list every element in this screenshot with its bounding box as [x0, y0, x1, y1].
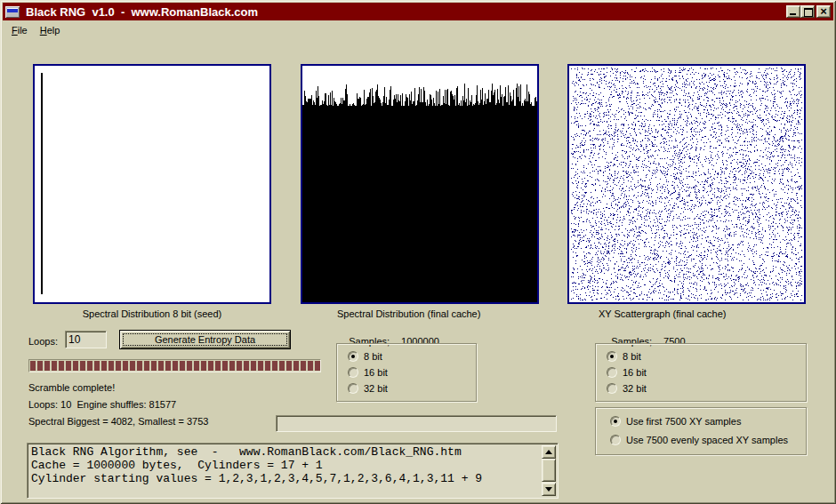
scatter-bits-option-32-bit[interactable]: 32 bit: [607, 382, 806, 394]
menu-item-help[interactable]: Help: [34, 23, 67, 37]
status-loops-shuffles: Loops: 10 Engine shuffles: 81577: [28, 399, 176, 410]
progress-block: [59, 361, 64, 371]
radio-icon[interactable]: [610, 435, 621, 445]
menubar: FileHelp: [3, 21, 833, 38]
scroll-up-button[interactable]: [542, 445, 556, 459]
progress-block: [251, 361, 256, 371]
progress-block: [201, 361, 206, 371]
radio-label: Use first 7500 XY samples: [626, 416, 741, 427]
scroll-down-icon: [545, 487, 552, 495]
scatter-graph-caption: XY Scattergraph (final cache): [599, 308, 726, 319]
spectral-bits-option-16-bit[interactable]: 16 bit: [348, 366, 476, 378]
progress-block: [187, 361, 192, 371]
progress-block: [80, 361, 85, 371]
maximize-icon: [804, 8, 813, 17]
loops-label: Loops:: [28, 336, 58, 347]
radio-icon[interactable]: [607, 351, 617, 362]
middle-textbox[interactable]: [276, 415, 557, 432]
radio-icon[interactable]: [607, 367, 617, 378]
radio-label: 32 bit: [623, 383, 647, 394]
spectral-bits-option-32-bit[interactable]: 32 bit: [348, 382, 476, 394]
spectral-graph-caption: Spectral Distribution (final cache): [337, 308, 480, 319]
progress-block: [94, 361, 100, 371]
loops-input[interactable]: [65, 331, 107, 348]
scatter-bits-option-8-bit[interactable]: 8 bit: [607, 350, 806, 362]
progress-block: [73, 361, 78, 371]
scroll-thumb[interactable]: [542, 459, 556, 482]
progress-block: [151, 361, 157, 371]
radio-icon[interactable]: [607, 383, 617, 394]
maximize-button[interactable]: [800, 5, 815, 18]
spectral-seed-graph: [33, 64, 271, 304]
close-icon: [817, 6, 830, 17]
progress-block: [272, 361, 277, 371]
titlebar[interactable]: Black RNG v1.0 - www.RomanBlack.com: [3, 3, 833, 20]
progress-block: [301, 361, 306, 371]
progress-block: [244, 361, 249, 371]
progress-block: [101, 361, 107, 371]
xy-scattergraph: [567, 64, 806, 304]
window-title: Black RNG v1.0 - www.RomanBlack.com: [26, 5, 258, 19]
radio-icon[interactable]: [348, 351, 358, 362]
spectral-final-canvas: [302, 66, 537, 302]
minimize-icon: [790, 13, 796, 15]
progress-block: [123, 361, 128, 371]
spectral-final-graph: [301, 64, 539, 304]
progress-block: [308, 361, 313, 371]
progress-block: [293, 361, 299, 371]
progress-block: [237, 361, 242, 371]
progress-block: [158, 361, 164, 371]
radio-label: 32 bit: [364, 383, 388, 394]
scatter-bit-depth-group: 8 bit16 bit32 bit: [595, 343, 807, 402]
progress-block: [144, 361, 149, 371]
seed-graph-caption: Spectral Distribution 8 bit (seed): [33, 308, 271, 319]
progress-block: [87, 361, 92, 371]
scatter-mode-option-use-first-7500-xy-samples[interactable]: Use first 7500 XY samples: [610, 415, 806, 427]
spectral-bit-depth-group: 8 bit16 bit32 bit: [336, 343, 477, 402]
progress-block: [315, 361, 320, 371]
radio-icon[interactable]: [348, 367, 358, 378]
spectral-bits-option-8-bit[interactable]: 8 bit: [348, 350, 476, 362]
radio-icon[interactable]: [610, 416, 621, 427]
app-icon: [5, 6, 20, 18]
app-icon-strip: [7, 8, 18, 12]
status-scramble: Scramble complete!: [28, 382, 115, 393]
close-button[interactable]: [816, 5, 831, 18]
radio-label: 16 bit: [623, 367, 647, 378]
progress-block: [44, 361, 50, 371]
algorithm-log-box[interactable]: Black RNG Algorithm, see - www.RomanBlac…: [27, 443, 559, 499]
progress-block: [208, 361, 213, 371]
radio-label: 16 bit: [364, 367, 388, 378]
progress-block: [194, 361, 199, 371]
xy-scatter-canvas: [569, 66, 804, 302]
titlebar-buttons: [786, 5, 833, 18]
generate-entropy-button[interactable]: Generate Entropy Data: [119, 330, 291, 349]
progress-block: [229, 361, 235, 371]
progress-block: [66, 361, 71, 371]
minimize-button[interactable]: [786, 5, 800, 18]
radio-icon[interactable]: [348, 383, 358, 394]
progress-block: [137, 361, 142, 371]
scroll-up-icon: [545, 446, 552, 454]
progress-block: [222, 361, 228, 371]
scatter-mode-option-use-7500-evenly-spaced-xy-samples[interactable]: Use 7500 evenly spaced XY samples: [610, 434, 806, 445]
algorithm-log-text: Black RNG Algorithm, see - www.RomanBlac…: [31, 445, 538, 496]
radio-label: Use 7500 evenly spaced XY samples: [626, 435, 788, 445]
progress-block: [173, 361, 178, 371]
spectral-seed-canvas: [35, 66, 269, 302]
progress-bar: [28, 359, 321, 372]
progress-block: [130, 361, 135, 371]
progress-block: [109, 361, 114, 371]
progress-block: [215, 361, 221, 371]
progress-block: [180, 361, 185, 371]
scroll-down-button[interactable]: [542, 483, 556, 496]
scatter-sample-mode-group: Use first 7500 XY samplesUse 7500 evenly…: [595, 407, 807, 455]
progress-block: [279, 361, 285, 371]
status-spectral-range: Spectral Biggest = 4082, Smallest = 3753: [28, 416, 208, 427]
log-scrollbar[interactable]: [542, 445, 556, 496]
scatter-bits-option-16-bit[interactable]: 16 bit: [607, 366, 806, 378]
menu-item-file[interactable]: File: [5, 23, 34, 37]
progress-block: [165, 361, 171, 371]
progress-block: [258, 361, 263, 371]
radio-label: 8 bit: [623, 351, 641, 362]
